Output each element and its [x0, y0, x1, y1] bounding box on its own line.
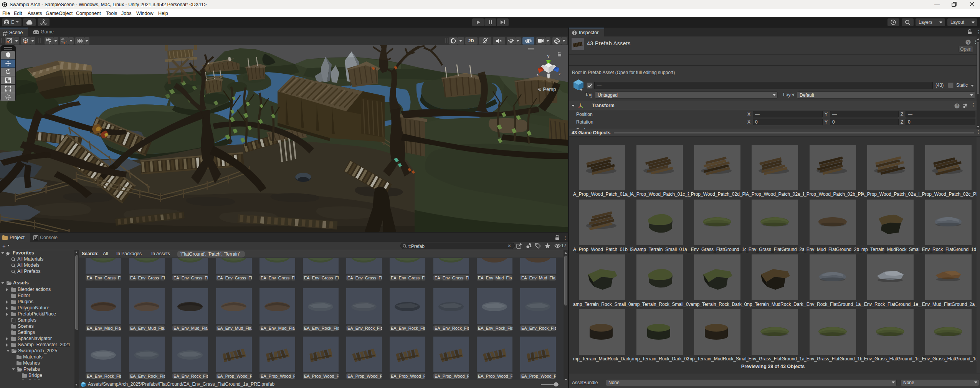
svg-text:?: ?	[967, 40, 970, 45]
svg-text:z: z	[559, 72, 560, 76]
svg-text:y: y	[547, 54, 550, 58]
svg-text:x: x	[537, 73, 539, 77]
svg-text:?: ?	[956, 104, 959, 108]
